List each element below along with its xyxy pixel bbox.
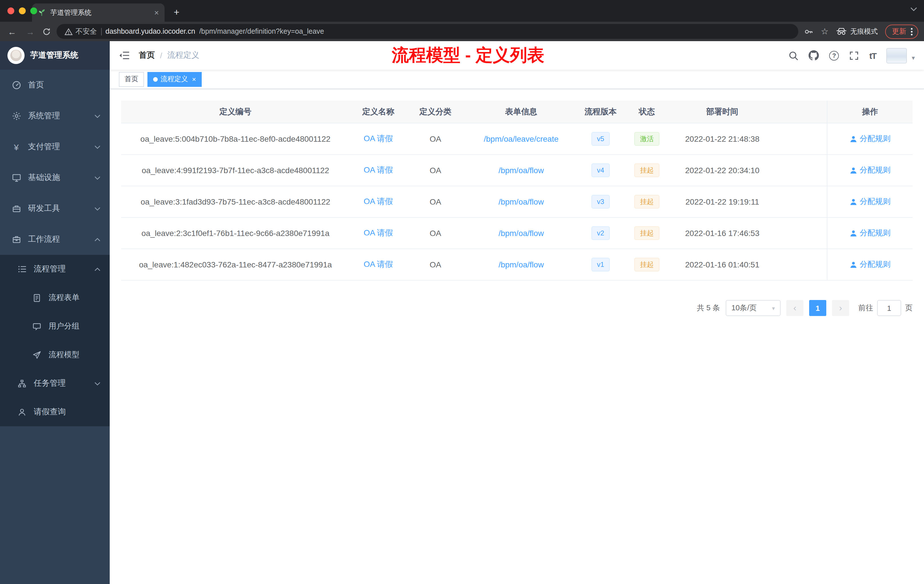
- status-badge: 挂起: [634, 195, 660, 209]
- goto-page-suffix: 页: [905, 303, 912, 313]
- sidebar-item-user-group[interactable]: 用户分组: [0, 312, 110, 341]
- sidebar-item-process-management[interactable]: 流程管理: [0, 255, 110, 284]
- url-host: dashboard.yudao.iocoder.cn: [106, 27, 195, 35]
- deploy-time-cell: 2022-01-16 01:40:51: [671, 249, 774, 280]
- browser-menu-icon[interactable]: [911, 28, 912, 35]
- definition-name-link[interactable]: OA 请假: [364, 196, 393, 207]
- page-size-value: 10条/页: [731, 303, 757, 313]
- table-filler-cell: [774, 218, 827, 249]
- sidebar-item-label: 流程管理: [34, 264, 66, 274]
- browser-window: 芋道管理系统 × + ← → 不安全: [0, 0, 924, 584]
- tags-view-bar: 首页 流程定义 ×: [110, 70, 924, 89]
- help-icon[interactable]: ?: [830, 51, 839, 60]
- sidebar-item-home[interactable]: 首页: [0, 70, 110, 101]
- category-cell: OA: [407, 124, 464, 154]
- sidebar-item-process-form[interactable]: 流程表单: [0, 284, 110, 312]
- form-link[interactable]: /bpm/oa/flow: [498, 166, 544, 175]
- tab-search-chevron-icon[interactable]: [910, 7, 917, 12]
- form-link[interactable]: /bpm/oa/flow: [498, 260, 544, 269]
- fullscreen-icon[interactable]: [850, 51, 859, 60]
- sidebar-fold-icon[interactable]: [119, 51, 130, 60]
- window-zoom-button[interactable]: [30, 7, 37, 14]
- tab-close-icon[interactable]: ×: [154, 8, 159, 17]
- briefcase-icon: [12, 234, 21, 244]
- person-icon: [850, 167, 857, 174]
- forward-button[interactable]: →: [24, 26, 36, 36]
- sidebar-logo-bar[interactable]: 芋道管理系统: [0, 41, 110, 70]
- bookmark-star-icon[interactable]: ☆: [821, 26, 828, 36]
- window-close-button[interactable]: [7, 7, 14, 14]
- tag-label: 流程定义: [160, 74, 188, 84]
- back-button[interactable]: ←: [6, 26, 18, 36]
- definition-id-cell: oa_leave:3:1fad3d93-7b75-11ec-a3c8-acde4…: [121, 186, 350, 217]
- font-size-icon[interactable]: tT: [870, 51, 876, 60]
- definition-name-link[interactable]: OA 请假: [364, 259, 393, 270]
- sidebar-item-devtools[interactable]: 研发工具: [0, 193, 110, 224]
- tag-label: 首页: [125, 74, 138, 84]
- definition-name-link[interactable]: OA 请假: [364, 134, 393, 144]
- page-number-button[interactable]: 1: [809, 300, 826, 316]
- form-link[interactable]: /bpm/oa/flow: [498, 229, 544, 238]
- next-page-button[interactable]: ›: [832, 300, 849, 316]
- breadcrumb: 首页 / 流程定义: [139, 50, 200, 61]
- tag-close-icon[interactable]: ×: [192, 75, 196, 83]
- table-header-row: 定义编号 定义名称 定义分类 表单信息 流程版本 状态 部署时间 操作: [121, 101, 912, 124]
- sidebar-item-label: 系统管理: [28, 111, 60, 121]
- security-label: 不安全: [76, 26, 97, 36]
- sidebar-item-process-model[interactable]: 流程模型: [0, 341, 110, 369]
- address-bar[interactable]: 不安全 dashboard.yudao.iocoder.cn /bpm/mana…: [56, 24, 798, 39]
- column-header: 表单信息: [464, 101, 578, 123]
- sidebar-item-task-management[interactable]: 任务管理: [0, 369, 110, 398]
- goto-page-input[interactable]: [877, 300, 901, 316]
- breadcrumb-home[interactable]: 首页: [139, 50, 155, 61]
- assign-rule-link[interactable]: 分配规则: [850, 134, 891, 144]
- site-favicon-icon: [38, 8, 46, 16]
- org-tree-icon: [17, 379, 27, 388]
- tag-home[interactable]: 首页: [119, 72, 144, 87]
- assign-rule-link[interactable]: 分配规则: [850, 196, 891, 207]
- chevron-down-icon: [94, 176, 101, 180]
- gear-icon: [12, 111, 21, 121]
- definition-name-link[interactable]: OA 请假: [364, 228, 393, 238]
- document-icon: [32, 293, 42, 303]
- sidebar-item-label: 流程模型: [49, 350, 79, 360]
- assign-rule-link[interactable]: 分配规则: [850, 165, 891, 175]
- avatar[interactable]: [886, 48, 907, 63]
- category-cell: OA: [407, 186, 464, 217]
- incognito-badge: 无痕模式: [836, 26, 878, 36]
- sidebar-item-infrastructure[interactable]: 基础设施: [0, 162, 110, 193]
- window-minimize-button[interactable]: [19, 7, 26, 14]
- incognito-label: 无痕模式: [850, 26, 878, 36]
- form-link[interactable]: /bpm/oa/leave/create: [484, 134, 559, 144]
- tag-process-definition[interactable]: 流程定义 ×: [147, 72, 202, 87]
- page-size-select[interactable]: 10条/页 ▾: [726, 300, 780, 316]
- github-icon[interactable]: [809, 50, 819, 61]
- definition-name-link[interactable]: OA 请假: [364, 165, 393, 175]
- assign-rule-link[interactable]: 分配规则: [850, 259, 891, 270]
- definition-id-cell: oa_leave:4:991f2193-7b7f-11ec-a3c8-acde4…: [121, 155, 350, 186]
- version-tag: v2: [591, 226, 610, 240]
- avatar-caret-icon[interactable]: ▾: [912, 54, 915, 61]
- sidebar-item-label: 工作流程: [28, 234, 60, 244]
- app-title: 芋道管理系统: [30, 50, 78, 61]
- sidebar-item-payment[interactable]: ¥ 支付管理: [0, 132, 110, 162]
- search-icon[interactable]: [789, 51, 799, 60]
- password-key-icon[interactable]: [804, 27, 813, 36]
- sidebar-item-system[interactable]: 系统管理: [0, 101, 110, 132]
- security-status[interactable]: 不安全: [64, 26, 97, 36]
- assign-rule-link[interactable]: 分配规则: [850, 228, 891, 238]
- sidebar-item-leave-query[interactable]: 请假查询: [0, 398, 110, 426]
- person-icon: [850, 198, 857, 205]
- sidebar: 芋道管理系统 首页: [0, 41, 110, 584]
- reload-button[interactable]: [42, 27, 51, 36]
- prev-page-button[interactable]: ‹: [786, 300, 804, 316]
- sidebar-item-workflow[interactable]: 工作流程: [0, 224, 110, 255]
- chevron-down-icon: [94, 381, 101, 385]
- chevron-down-icon: [94, 114, 101, 118]
- browser-tab[interactable]: 芋道管理系统 ×: [32, 3, 165, 22]
- url-separator: [101, 28, 101, 35]
- browser-update-button[interactable]: 更新: [885, 24, 918, 39]
- deploy-time-cell: 2022-01-22 20:34:10: [671, 155, 774, 186]
- new-tab-button[interactable]: +: [169, 5, 184, 20]
- form-link[interactable]: /bpm/oa/flow: [498, 197, 544, 206]
